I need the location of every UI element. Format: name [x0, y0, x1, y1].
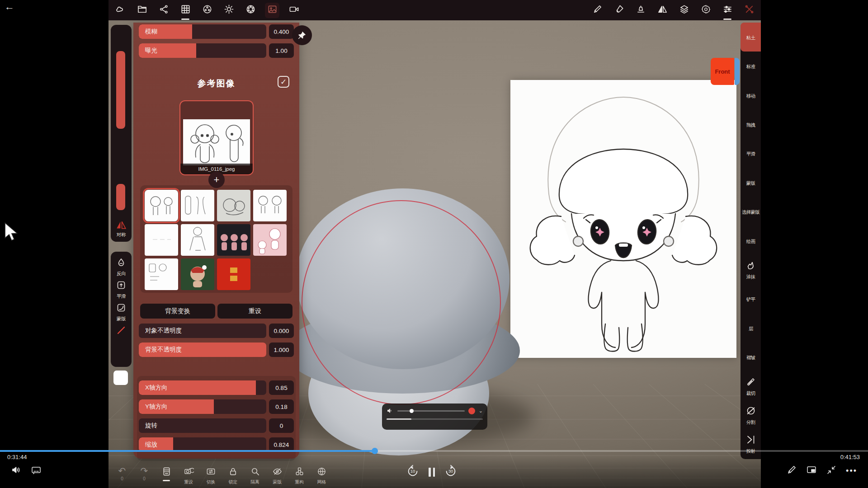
topbar-right-layers-button[interactable]: [677, 3, 691, 18]
transform-slider-0[interactable]: X轴方向 0.85: [139, 380, 294, 395]
topbar-right-symmetry-button[interactable]: [655, 3, 670, 18]
tool-mask[interactable]: 蒙版: [741, 168, 761, 197]
topbar-right-stamp-button[interactable]: [633, 3, 648, 18]
tool-paint[interactable]: 绘画: [741, 226, 761, 255]
bottombar-reset-view-button[interactable]: 重设: [180, 466, 197, 485]
bottombar-wireframe-button[interactable]: 网格: [313, 466, 330, 485]
reference-thumbnail-green-doll[interactable]: [181, 258, 214, 290]
redo-button[interactable]: ↷0: [136, 466, 152, 481]
tool-split[interactable]: 分割: [741, 401, 761, 430]
reference-thumbnail-gray-sketch[interactable]: [217, 190, 250, 221]
tool-drag[interactable]: 拖拽: [741, 110, 761, 139]
selected-reference-card[interactable]: IMG_0116_jpeg: [179, 100, 254, 175]
reference-thumbnail-sketch-small[interactable]: [145, 258, 178, 290]
topbar-right-dev-tools-button[interactable]: [742, 3, 756, 18]
bottombar-remesh-button[interactable]: 重构: [291, 466, 307, 485]
topbar-right-pen-button[interactable]: [590, 3, 604, 18]
overlay-volume-slider[interactable]: [397, 410, 465, 412]
topbar-right-matcap-button[interactable]: [568, 3, 583, 18]
opacity-slider-1[interactable]: 背景不透明度 1.000: [139, 343, 294, 357]
volume-button[interactable]: [11, 465, 22, 477]
topbar-left-camera-button[interactable]: [287, 3, 301, 18]
bottombar-isolate-button[interactable]: 隔离: [247, 466, 263, 485]
topbar-left-files-button[interactable]: [135, 3, 149, 18]
radius-slider[interactable]: [116, 51, 125, 129]
reference-thumbnail-sketch-three[interactable]: [181, 190, 214, 221]
bottombar-mask-visibility-button[interactable]: 蒙版: [269, 466, 285, 485]
add-reference-button[interactable]: +: [208, 172, 225, 188]
topbar-right-settings-button[interactable]: [698, 3, 713, 18]
slider-track[interactable]: [139, 24, 266, 39]
edit-button[interactable]: [786, 465, 797, 477]
slider-0[interactable]: 模糊 0.400: [139, 24, 294, 39]
undo-button[interactable]: ↶0: [114, 466, 130, 481]
reset-button[interactable]: 重设: [217, 304, 292, 319]
more-button[interactable]: •••: [846, 466, 857, 476]
orientation-cube-side-face[interactable]: [735, 58, 740, 85]
topbar-left-cloud-button[interactable]: [113, 3, 127, 18]
video-progress-bar[interactable]: [0, 450, 868, 452]
slider-track[interactable]: [139, 43, 266, 58]
tool-move[interactable]: 移动: [741, 81, 761, 110]
topbar-left-postprocess-button[interactable]: [243, 3, 258, 18]
bottombar-lock-button[interactable]: 锁定: [225, 466, 241, 485]
topbar-right-interface-button[interactable]: [720, 3, 735, 18]
tool-crease[interactable]: 褶皱: [741, 343, 761, 371]
mini-player-button[interactable]: [806, 465, 817, 477]
pin-panel-button[interactable]: [292, 25, 312, 45]
overlay-chevron-down-icon[interactable]: ⌄: [479, 408, 483, 414]
symmetry-toggle[interactable]: 对称: [111, 219, 132, 238]
opacity-slider-0[interactable]: 对象不透明度 0.000: [139, 324, 294, 338]
pause-button[interactable]: [429, 466, 435, 477]
tool-trim[interactable]: 裁切: [741, 372, 761, 401]
transform-slider-1[interactable]: Y轴方向 0.18: [139, 399, 294, 414]
skip-back-button[interactable]: 10: [406, 465, 420, 478]
reference-thumbnail-red-card[interactable]: [217, 258, 250, 290]
reference-thumbnail-dark-dolls[interactable]: [217, 224, 250, 256]
tool-clay[interactable]: 粘土: [741, 23, 761, 52]
reference-enabled-checkbox[interactable]: ✓: [278, 76, 289, 88]
tool-layer[interactable]: 层: [741, 314, 761, 343]
tool-smooth[interactable]: 平滑: [741, 139, 761, 168]
bottombar-multires-button[interactable]: [158, 466, 175, 481]
topbar-left-background-button[interactable]: [265, 3, 279, 18]
captions-button[interactable]: [31, 465, 42, 477]
back-button[interactable]: ←: [5, 1, 14, 13]
brush-option-invert[interactable]: 反向: [116, 257, 127, 277]
bottombar-switch-view-button[interactable]: 切换: [203, 466, 219, 485]
brush-option-disable[interactable]: [116, 325, 127, 338]
transform-slider-2[interactable]: 旋转 0: [139, 418, 294, 433]
brush-option-mask[interactable]: 蒙版: [116, 302, 127, 322]
brush-option-smooth[interactable]: 平滑: [116, 280, 127, 300]
overlay-record-button[interactable]: [468, 408, 475, 414]
exit-fullscreen-button[interactable]: [826, 465, 837, 477]
tool-smudge[interactable]: 涂抹: [741, 255, 761, 284]
tool-select-mask[interactable]: 选择蒙版: [741, 197, 761, 226]
tool-project[interactable]: 投射: [741, 430, 761, 459]
bg-transform-button[interactable]: 背景变换: [140, 304, 215, 319]
reference-thumbnail-pink-dolls[interactable]: [253, 224, 287, 256]
reference-thumbnail-blank[interactable]: [145, 224, 178, 256]
scrub-overlay[interactable]: ⌄: [382, 404, 487, 430]
slider-1[interactable]: 曝光 1.00: [139, 43, 294, 58]
overlay-progress-track[interactable]: [387, 418, 483, 420]
topbar-left-material-button[interactable]: [200, 3, 214, 18]
tool-flatten[interactable]: 铲平: [741, 285, 761, 314]
orientation-cube-front-face[interactable]: Front: [711, 58, 734, 85]
folder-icon: [137, 4, 147, 16]
tool-standard[interactable]: 标准: [741, 52, 761, 80]
topbar-right-paint-button[interactable]: [612, 3, 626, 18]
reference-thumbnail-sketch-two[interactable]: [145, 190, 178, 221]
topbar-left-export-button[interactable]: [156, 3, 171, 18]
intensity-slider[interactable]: [116, 184, 125, 210]
reference-thumbnail-sketch-pair[interactable]: [253, 190, 287, 221]
orientation-cube[interactable]: Front: [711, 58, 740, 85]
topbar-left-scene-button[interactable]: [178, 3, 193, 18]
slider-track[interactable]: [139, 418, 266, 433]
reference-thumbnail-sketch-tall[interactable]: [181, 224, 214, 256]
topbar-left-lighting-button[interactable]: [222, 3, 236, 18]
lock-icon: [228, 466, 238, 479]
color-swatch[interactable]: [113, 371, 128, 385]
symmetry-icon: [657, 4, 668, 16]
skip-forward-button[interactable]: 30: [444, 465, 458, 478]
